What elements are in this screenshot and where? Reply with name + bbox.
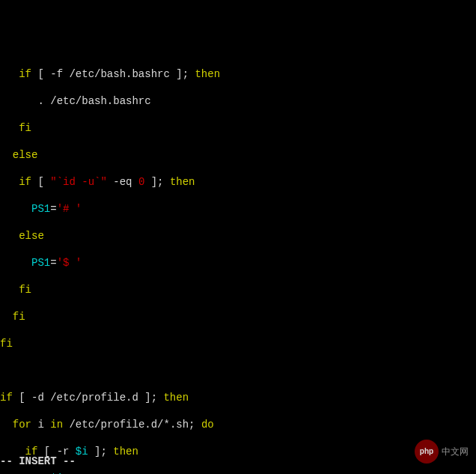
code-line: if [ -d /etc/profile.d ]; then — [0, 391, 476, 404]
terminal-editor[interactable]: if [ -f /etc/bash.bashrc ]; then . /etc/… — [0, 54, 476, 474]
watermark: php 中文网 — [415, 440, 469, 464]
code-line: else — [0, 229, 476, 243]
code-line: fi — [0, 283, 476, 297]
watermark-badge: php — [415, 440, 439, 464]
code-line: for i in /etc/profile.d/*.sh; do — [0, 418, 476, 431]
code-line: PS1='$ ' — [0, 256, 476, 270]
code-line: fi — [0, 121, 476, 135]
code-line: PS1='# ' — [0, 202, 476, 216]
code-line: else — [0, 148, 476, 162]
code-line: fi — [0, 310, 476, 323]
watermark-text: 中文网 — [442, 445, 469, 458]
code-line: fi — [0, 337, 476, 350]
code-line: . /etc/bash.bashrc — [0, 94, 476, 108]
code-line: if [ "`id -u`" -eq 0 ]; then — [0, 175, 476, 189]
code-line: if [ -f /etc/bash.bashrc ]; then — [0, 67, 476, 81]
blank-line — [0, 364, 476, 377]
vim-mode-status: -- INSERT -- — [0, 455, 76, 468]
